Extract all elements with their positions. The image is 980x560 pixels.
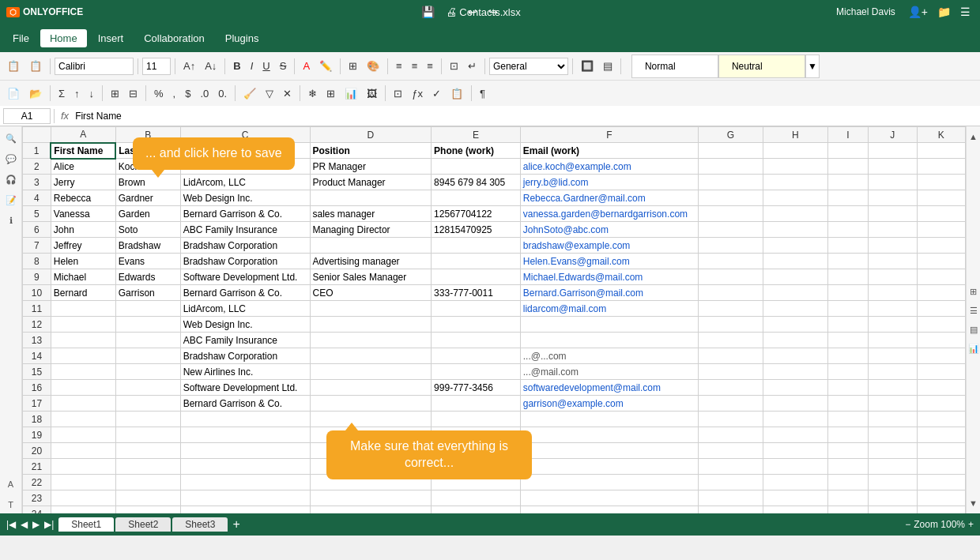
strikethrough-button[interactable]: S — [276, 58, 291, 74]
save-button[interactable]: 💾 — [418, 4, 438, 20]
cell-k5[interactable] — [917, 206, 966, 222]
cell-k11[interactable] — [917, 301, 966, 317]
cell-j10[interactable] — [869, 285, 917, 301]
cell-h10[interactable] — [763, 285, 827, 301]
new-button[interactable]: 📄 — [3, 85, 24, 102]
cell-e14[interactable] — [432, 348, 521, 364]
cell-b3[interactable]: Brown — [115, 175, 180, 190]
cell-b8[interactable]: Evans — [115, 254, 180, 269]
cell-i11[interactable] — [827, 301, 868, 317]
cell-f3[interactable]: jerry.b@lid.com — [520, 175, 698, 190]
menu-home[interactable]: Home — [40, 29, 87, 47]
cell-e15[interactable] — [432, 364, 521, 380]
cell-d14[interactable] — [310, 348, 432, 364]
cell-i5[interactable] — [827, 206, 868, 222]
cell-i7[interactable] — [827, 238, 868, 254]
scroll-top-icon[interactable]: ▲ — [965, 128, 981, 145]
add-user-button[interactable]: 👤+ — [905, 4, 931, 20]
align-right-button[interactable]: ≡ — [423, 58, 437, 74]
table-button[interactable]: ⊞ — [322, 85, 339, 102]
menu-plugins[interactable]: Plugins — [216, 29, 269, 47]
cell-e11[interactable] — [432, 301, 521, 317]
cell-c6[interactable]: ABC Family Insurance — [180, 222, 310, 238]
col-header-a[interactable]: A — [51, 127, 115, 143]
bold-button[interactable]: B — [229, 58, 244, 74]
table-view-icon[interactable]: ▤ — [965, 321, 981, 338]
copy-style-button[interactable]: 📋 — [3, 58, 24, 74]
cell-g10[interactable] — [699, 285, 763, 301]
cell-j11[interactable] — [869, 301, 917, 317]
cell-j5[interactable] — [869, 206, 917, 222]
formatting-button[interactable]: ¶ — [476, 85, 489, 102]
decrease-font-button[interactable]: A↓ — [201, 58, 220, 74]
cell-e13[interactable] — [432, 333, 521, 348]
cell-d15[interactable] — [310, 364, 432, 380]
col-header-d[interactable]: D — [310, 127, 432, 143]
delete-row-button[interactable]: ⊟ — [125, 85, 141, 102]
cell-f1[interactable]: Email (work) — [520, 143, 698, 159]
cell-e12[interactable] — [432, 317, 521, 333]
align-left-button[interactable]: ≡ — [392, 58, 406, 74]
cell-i10[interactable] — [827, 285, 868, 301]
formula-input[interactable] — [72, 108, 977, 124]
cell-f11[interactable]: lidarcom@mail.com — [520, 301, 698, 317]
cell-g9[interactable] — [699, 269, 763, 285]
cell-c10[interactable]: Bernard Garrison & Co. — [180, 285, 310, 301]
font-name-input[interactable] — [55, 58, 134, 75]
sum-button[interactable]: Σ — [55, 85, 69, 102]
cell-h13[interactable] — [763, 333, 827, 348]
cell-g14[interactable] — [699, 348, 763, 364]
cell-k6[interactable] — [917, 222, 966, 238]
cell-d3[interactable]: Product Manager — [310, 175, 432, 190]
style-normal-cell[interactable]: Normal — [631, 54, 718, 78]
chart-view-icon[interactable]: 📊 — [965, 340, 981, 357]
format-as-table-button[interactable]: ▤ — [599, 58, 616, 74]
cell-h15[interactable] — [763, 364, 827, 380]
cell-d17[interactable] — [310, 396, 432, 412]
named-ranges-button[interactable]: ⊡ — [390, 85, 406, 102]
cell-i4[interactable] — [827, 190, 868, 206]
cell-g5[interactable] — [699, 206, 763, 222]
cell-j1[interactable] — [869, 143, 917, 159]
cell-i6[interactable] — [827, 222, 868, 238]
cell-e9[interactable] — [432, 269, 521, 285]
cell-h3[interactable] — [763, 175, 827, 190]
zoom-out-button[interactable]: − — [905, 519, 910, 530]
cell-c13[interactable]: ABC Family Insurance — [180, 333, 310, 348]
cell-j3[interactable] — [869, 175, 917, 190]
cell-c14[interactable]: Bradshaw Corporation — [180, 348, 310, 364]
cell-j4[interactable] — [869, 190, 917, 206]
cell-d10[interactable]: CEO — [310, 285, 432, 301]
menu-file[interactable]: File — [3, 29, 39, 47]
col-header-j[interactable]: J — [869, 127, 917, 143]
cell-h6[interactable] — [763, 222, 827, 238]
cell-c15[interactable]: New Airlines Inc. — [180, 364, 310, 380]
cell-a2[interactable]: Alice — [51, 159, 115, 175]
search-icon[interactable]: 🔍 — [2, 130, 20, 147]
wrap-button[interactable]: ↵ — [464, 58, 481, 74]
cell-i2[interactable] — [827, 159, 868, 175]
cell-i12[interactable] — [827, 317, 868, 333]
format-text-icon[interactable]: T — [2, 496, 20, 513]
cell-d1[interactable]: Position — [310, 143, 432, 159]
cell-a1[interactable]: First Name — [51, 143, 115, 159]
cell-e8[interactable] — [432, 254, 521, 269]
cell-c4[interactable]: Web Design Inc. — [180, 190, 310, 206]
cell-i13[interactable] — [827, 333, 868, 348]
cell-k4[interactable] — [917, 190, 966, 206]
cell-k2[interactable] — [917, 159, 966, 175]
cell-d7[interactable] — [310, 238, 432, 254]
cell-j8[interactable] — [869, 254, 917, 269]
cell-f10[interactable]: Bernard.Garrison@mail.com — [520, 285, 698, 301]
cell-a17[interactable] — [51, 396, 115, 412]
menu-insert[interactable]: Insert — [89, 29, 134, 47]
cell-d12[interactable] — [310, 317, 432, 333]
sort-desc-button[interactable]: ↓ — [85, 85, 99, 102]
cell-j9[interactable] — [869, 269, 917, 285]
cell-f14[interactable]: ...@...com — [520, 348, 698, 364]
print-button[interactable]: 🖨 — [443, 4, 460, 20]
cell-k1[interactable] — [917, 143, 966, 159]
cell-i15[interactable] — [827, 364, 868, 380]
chat-icon[interactable]: 💬 — [2, 150, 20, 167]
cell-c7[interactable]: Bradshaw Corporation — [180, 238, 310, 254]
